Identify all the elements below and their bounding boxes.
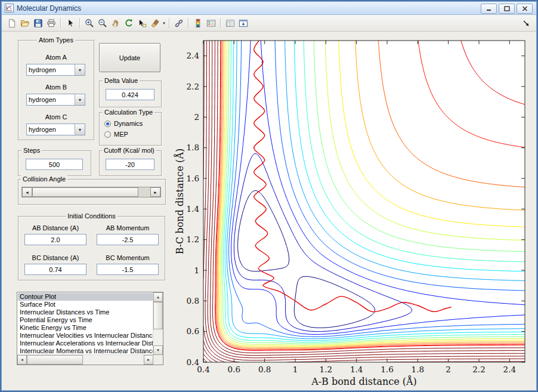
zoom-out-button[interactable]: [96, 17, 109, 30]
hscroll-thumb[interactable]: [27, 355, 83, 365]
hide-plot-tools-button[interactable]: [224, 17, 237, 30]
list-item[interactable]: Surface Plot: [18, 301, 153, 308]
scroll-down-icon[interactable]: ▼: [153, 345, 163, 355]
svg-text:2.4: 2.4: [503, 365, 516, 374]
svg-text:0.8: 0.8: [187, 296, 199, 305]
link-plot-button[interactable]: [172, 17, 185, 30]
ab-momentum-field[interactable]: [97, 234, 159, 245]
zoom-out-icon: [98, 18, 107, 28]
svg-text:1.8: 1.8: [412, 365, 424, 374]
plot-type-listbox: Contour PlotSurface PlotInternuclear Dis…: [17, 292, 163, 365]
new-figure-button[interactable]: [5, 17, 18, 30]
list-item[interactable]: Kinetic Energy vs Time: [18, 324, 153, 332]
svg-text:0.4: 0.4: [187, 357, 199, 367]
atom-types-panel: Atom Types Atom A hydrogen ▼ Atom B hydr…: [18, 40, 94, 140]
x-axis-label: A-B bond distance (Å): [311, 375, 417, 387]
chevron-down-icon[interactable]: ▼: [75, 124, 85, 135]
dock-arrow-icon[interactable]: [520, 17, 533, 30]
bc-distance-field[interactable]: [24, 264, 86, 275]
data-cursor-button[interactable]: [135, 17, 149, 30]
steps-title: Steps: [21, 147, 42, 154]
radio-dynamics-icon[interactable]: [104, 121, 111, 127]
calculation-type-title: Calculation Type: [103, 109, 154, 116]
atom-c-label: Atom C: [18, 113, 94, 121]
scroll-right-icon[interactable]: ►: [144, 355, 153, 365]
vscroll-thumb[interactable]: [153, 302, 163, 329]
radio-mep[interactable]: MEP: [104, 130, 128, 138]
toolbar-separator: [220, 18, 221, 28]
update-button-label: Update: [119, 54, 140, 61]
atom-b-dropdown[interactable]: hydrogen ▼: [26, 94, 85, 106]
bc-momentum-label: BC Momentum: [95, 254, 160, 261]
chevron-down-icon[interactable]: ▼: [75, 94, 85, 105]
edit-plot-button[interactable]: [64, 17, 77, 30]
svg-text:0.8: 0.8: [258, 365, 271, 374]
slider-right-arrow-icon[interactable]: ►: [150, 187, 160, 197]
listbox-vscrollbar[interactable]: ▲ ▼: [153, 292, 163, 355]
link-plot-icon: [174, 18, 184, 28]
ab-distance-label: AB Distance (A): [23, 224, 88, 232]
radio-dynamics[interactable]: Dynamics: [104, 119, 143, 128]
svg-text:2: 2: [194, 112, 199, 122]
steps-field[interactable]: [26, 159, 83, 170]
figure-window: 0.40.60.811.21.41.61.822.22.40.40.60.811…: [0, 0, 538, 392]
atom-a-dropdown[interactable]: hydrogen ▼: [26, 64, 85, 76]
list-item[interactable]: Potential Energy vs Time: [18, 316, 153, 324]
list-item[interactable]: Internuclear Momenta vs Internuclear Dis…: [18, 347, 153, 354]
list-item[interactable]: Internuclear Velocities vs Internuclear …: [18, 332, 153, 339]
minimize-button[interactable]: [481, 4, 497, 14]
delta-value-field[interactable]: [106, 89, 154, 100]
listbox-hscrollbar[interactable]: ◄ ►: [17, 354, 153, 365]
scroll-left-icon[interactable]: ◄: [17, 355, 27, 365]
y-axis-label: B-C bond distance (Å): [174, 149, 185, 255]
save-figure-button[interactable]: [32, 17, 45, 30]
edit-plot-icon: [66, 18, 75, 28]
rotate-3d-button[interactable]: [122, 17, 135, 30]
svg-text:1: 1: [293, 365, 298, 374]
insert-legend-button[interactable]: [205, 17, 218, 30]
steps-panel: Steps: [18, 150, 91, 176]
bc-momentum-field[interactable]: [97, 264, 159, 275]
atom-c-value: hydrogen: [27, 126, 75, 133]
open-file-icon: [20, 18, 30, 28]
zoom-in-button[interactable]: [83, 17, 96, 30]
zoom-in-icon: [85, 18, 94, 28]
chevron-down-icon[interactable]: ▼: [75, 64, 85, 75]
maximize-button[interactable]: [499, 4, 515, 14]
insert-colorbar-button[interactable]: [191, 17, 205, 30]
atom-a-label: Atom A: [18, 54, 94, 61]
radio-mep-label: MEP: [114, 131, 128, 138]
slider-thumb[interactable]: [32, 187, 138, 197]
brush-button[interactable]: [149, 17, 162, 30]
atom-a-value: hydrogen: [27, 66, 75, 73]
save-figure-icon: [33, 18, 43, 28]
new-figure-icon: [7, 18, 17, 28]
pan-button[interactable]: [109, 17, 122, 30]
list-item[interactable]: Internuclear Distances vs Time: [18, 308, 153, 316]
slider-left-arrow-icon[interactable]: ◄: [22, 187, 32, 197]
svg-text:1.6: 1.6: [381, 365, 393, 374]
toolbar-separator: [79, 18, 81, 28]
dock-figure-button[interactable]: [237, 17, 250, 30]
plot-axes[interactable]: [203, 41, 525, 362]
print-figure-button[interactable]: [45, 17, 58, 30]
update-button[interactable]: Update: [99, 43, 160, 72]
slider-track[interactable]: [138, 187, 151, 197]
ab-distance-field[interactable]: [24, 234, 86, 245]
open-file-button[interactable]: [18, 17, 32, 30]
list-item[interactable]: Contour Plot: [18, 293, 153, 301]
atom-b-label: Atom B: [18, 84, 94, 91]
scroll-up-icon[interactable]: ▲: [153, 292, 163, 302]
svg-text:1.2: 1.2: [320, 365, 332, 374]
radio-mep-icon[interactable]: [104, 131, 111, 138]
svg-text:1.2: 1.2: [187, 234, 199, 244]
titlebar: Molecular Dynamics: [2, 2, 536, 15]
svg-text:1.6: 1.6: [187, 174, 199, 183]
atom-c-dropdown[interactable]: hydrogen ▼: [26, 124, 85, 135]
figure-toolbar: ▾: [2, 15, 536, 32]
cutoff-field[interactable]: [106, 159, 154, 170]
brush-dropdown-icon[interactable]: ▾: [162, 21, 166, 26]
collision-angle-slider[interactable]: ◄ ►: [21, 187, 161, 197]
close-button[interactable]: [517, 4, 533, 14]
list-item[interactable]: Internuclear Accelerations vs Internucle…: [18, 339, 153, 347]
